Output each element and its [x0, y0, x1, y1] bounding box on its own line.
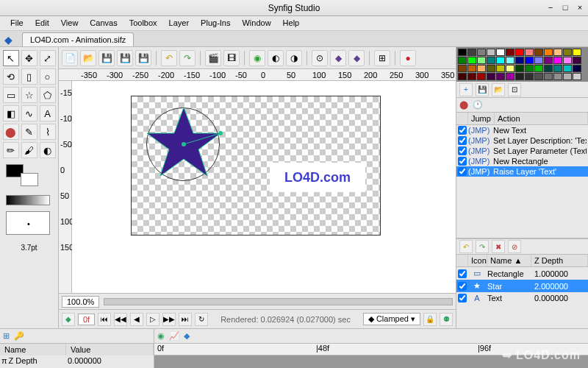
draw-tool[interactable]: ⌇	[40, 124, 56, 140]
palette-swatch[interactable]	[515, 49, 524, 56]
layers-col-icon[interactable]: Icon	[468, 255, 487, 266]
param-row[interactable]: πZ Depth0.000000	[0, 355, 154, 366]
sketch-tool[interactable]: ✏	[3, 142, 19, 158]
smooth-move-tool[interactable]: ✥	[21, 50, 37, 66]
star-tool[interactable]: ☆	[21, 87, 37, 103]
new-button[interactable]: 📄	[62, 50, 78, 66]
preview-button[interactable]: 🎬	[205, 50, 221, 66]
palette-swatch[interactable]	[506, 65, 514, 72]
palette-swatch[interactable]	[534, 65, 543, 72]
save-button[interactable]: 💾	[98, 50, 115, 66]
grid-button[interactable]: ⊞	[374, 50, 390, 66]
history-check[interactable]	[458, 157, 467, 166]
lock-button[interactable]: ◆	[330, 50, 346, 66]
background-color[interactable]	[21, 173, 38, 186]
seek-start-button[interactable]: ⏮	[98, 313, 111, 326]
layer-row[interactable]: ▭Rectangle1.000000	[456, 267, 588, 280]
menu-edit[interactable]: Edit	[29, 16, 55, 30]
redo-button[interactable]: ↷	[179, 50, 196, 66]
clear-redo-button[interactable]: ⊘	[508, 240, 521, 253]
menu-canvas[interactable]: Canvas	[84, 16, 123, 30]
palette-swatch[interactable]	[467, 49, 476, 56]
palette-swatch[interactable]	[515, 65, 524, 72]
palette-swatch[interactable]	[496, 73, 505, 80]
play-button[interactable]: ▷	[146, 313, 159, 326]
palette-swatch[interactable]	[477, 73, 486, 80]
params-col-value[interactable]: Value	[66, 344, 154, 355]
palette-default-button[interactable]: ⊡	[508, 83, 521, 96]
palette-swatch[interactable]	[534, 73, 543, 80]
scale-tool[interactable]: ⤢	[40, 50, 56, 66]
history-col-jump[interactable]: Jump	[468, 113, 495, 124]
palette-swatch[interactable]	[477, 57, 486, 64]
saveall-button[interactable]: 💾	[135, 50, 151, 66]
zoom-value[interactable]: 100.0%	[62, 296, 99, 308]
palette-swatch[interactable]	[525, 65, 534, 72]
palette-swatch[interactable]	[563, 57, 572, 64]
palette-swatch[interactable]	[553, 65, 562, 72]
curves-tab-icon[interactable]: 📈	[169, 331, 179, 341]
palette-swatch[interactable]	[477, 65, 486, 72]
palette-swatch[interactable]	[487, 57, 495, 64]
palette-swatch[interactable]	[458, 49, 467, 56]
palette-swatch[interactable]	[563, 49, 572, 56]
palette-swatch[interactable]	[487, 49, 495, 56]
document-tab[interactable]: LO4D.com - Animation.sifz	[22, 32, 134, 46]
history-row[interactable]: (JMP)New Rectangle	[456, 156, 588, 166]
menu-layer[interactable]: Layer	[163, 16, 196, 30]
minimize-button[interactable]: −	[545, 3, 556, 13]
history-row[interactable]: (JMP)Set Layer Description: 'Text' -> 'T…	[456, 135, 588, 146]
history-check[interactable]	[458, 136, 467, 145]
rotate-tool[interactable]: ⟲	[3, 68, 19, 85]
play-rev-button[interactable]: ◀	[130, 313, 143, 326]
palette-swatch[interactable]	[458, 65, 467, 72]
canvas-workarea[interactable]: LO4D.com	[131, 96, 381, 236]
palette-swatch[interactable]	[487, 73, 495, 80]
loop-button[interactable]: ↻	[195, 313, 208, 326]
keyframe-lock-button[interactable]: 🔒	[423, 313, 437, 326]
seek-prev-button[interactable]: ◀◀	[114, 313, 127, 326]
palette-swatch[interactable]	[496, 65, 505, 72]
mirror-tool[interactable]: ▯	[21, 68, 37, 85]
menu-toolbox[interactable]: Toolbox	[123, 16, 163, 30]
reset-button[interactable]: ⊙	[312, 50, 328, 66]
history-col-check[interactable]	[456, 113, 468, 124]
layers-col-show[interactable]	[456, 255, 468, 266]
anim-mode-button[interactable]: ⚉	[440, 313, 453, 326]
palette-swatch[interactable]	[458, 57, 467, 64]
history-check[interactable]	[458, 126, 467, 135]
gradient-preview[interactable]	[6, 195, 50, 205]
onion-button[interactable]: ◉	[249, 50, 265, 66]
palette-swatch[interactable]	[506, 57, 514, 64]
palette-swatch[interactable]	[515, 73, 524, 80]
history-col-action[interactable]: Action	[495, 113, 588, 124]
seek-next-button[interactable]: ▶▶	[162, 313, 176, 326]
onion-prev-button[interactable]: ◐	[268, 50, 284, 66]
zoom-slider[interactable]	[104, 298, 453, 305]
layer-visible-check[interactable]	[458, 269, 467, 278]
palette-swatch[interactable]	[458, 73, 467, 80]
palette-add-button[interactable]: +	[459, 83, 473, 96]
params-tab-icon[interactable]: ⊞	[3, 331, 10, 341]
history-row[interactable]: (JMP)Set Layer Parameter (Text):Origin	[456, 146, 588, 156]
star-shape[interactable]	[143, 104, 224, 185]
seek-end-button[interactable]: ⏭	[179, 313, 192, 326]
palette-swatch[interactable]	[573, 65, 581, 72]
gradient-tool[interactable]: ◧	[3, 105, 19, 121]
history-row[interactable]: (JMP)Raise Layer 'Text'	[456, 166, 588, 177]
palette-swatch[interactable]	[467, 57, 476, 64]
record-button[interactable]: ●	[400, 50, 416, 66]
palette-swatch[interactable]	[525, 49, 534, 56]
menu-plugins[interactable]: Plug-Ins	[195, 16, 236, 30]
menu-view[interactable]: View	[55, 16, 85, 30]
params-tab-icon2[interactable]: 🔑	[14, 331, 24, 341]
layers-col-z[interactable]: Z Depth	[531, 255, 588, 266]
palette-swatch[interactable]	[553, 49, 562, 56]
lock2-button[interactable]: ◆	[348, 50, 365, 66]
palette-swatch[interactable]	[573, 57, 581, 64]
history-tab-icon[interactable]: ⬤	[459, 100, 468, 110]
open-button[interactable]: 📂	[80, 50, 96, 66]
palette-swatch[interactable]	[534, 49, 543, 56]
palette-swatch[interactable]	[534, 57, 543, 64]
history-tab-icon2[interactable]: 🕐	[473, 100, 483, 110]
